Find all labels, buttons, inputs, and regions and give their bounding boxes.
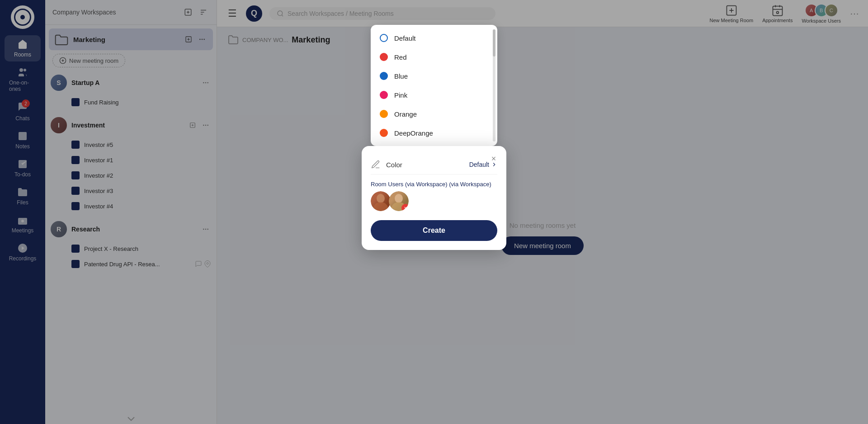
color-label: Color	[386, 161, 464, 169]
color-dot-orange	[380, 110, 388, 118]
color-label-orange: Orange	[394, 110, 417, 118]
color-option-pink[interactable]: Pink	[371, 85, 497, 104]
dropdown-scrollbar-thumb	[493, 29, 495, 57]
color-label-red: Red	[394, 53, 407, 61]
color-option-red[interactable]: Red	[371, 47, 497, 66]
color-modal: × Color Default Room Users (via Workspac…	[362, 146, 506, 250]
create-button[interactable]: Create	[371, 220, 497, 241]
color-label-deep-orange: DeepOrange	[394, 129, 433, 137]
color-dot-red	[380, 53, 388, 61]
color-option-default[interactable]: Default	[371, 28, 497, 47]
color-label-default: Default	[394, 34, 416, 42]
user-avatar-bg-1	[371, 191, 391, 211]
room-users-text: Room Users	[371, 181, 403, 188]
modal-body: Color Default Room Users (via Workspace)…	[362, 146, 506, 250]
color-dot-deep-orange	[380, 129, 388, 137]
user-silhouette-1	[371, 191, 391, 211]
remove-user-button[interactable]: ✕	[401, 204, 409, 211]
modal-overlay[interactable]: Default Red Blue Pink Orange	[0, 0, 868, 424]
color-label-pink: Pink	[394, 91, 407, 99]
color-dot-blue	[380, 72, 388, 80]
color-current-value: Default	[469, 161, 489, 168]
modal-wrapper: Default Red Blue Pink Orange	[362, 25, 506, 250]
color-option-blue[interactable]: Blue	[371, 66, 497, 85]
room-users-via: (via Workspace)	[405, 181, 448, 188]
modal-color-row: Color Default	[371, 155, 497, 174]
svg-point-48	[377, 194, 385, 203]
color-label-blue: Blue	[394, 72, 408, 80]
color-dot-default	[380, 34, 388, 42]
room-user-avatar-2: ✕	[389, 191, 409, 211]
room-users-via-text: (via Workspace)	[449, 181, 491, 188]
color-option-orange[interactable]: Orange	[371, 104, 497, 123]
color-dot-pink	[380, 91, 388, 99]
svg-point-49	[373, 202, 388, 211]
color-dropdown: Default Red Blue Pink Orange	[371, 25, 497, 146]
svg-point-50	[395, 194, 403, 203]
modal-close-button[interactable]: ×	[487, 152, 500, 165]
room-users-label: Room Users (via Workspace) (via Workspac…	[371, 181, 497, 188]
dropdown-scrollbar	[493, 29, 495, 141]
color-pencil-icon	[371, 160, 381, 170]
room-user-avatar-1	[371, 191, 391, 211]
color-option-deep-orange[interactable]: DeepOrange	[371, 123, 497, 142]
room-users-avatars: ✕	[371, 191, 497, 211]
